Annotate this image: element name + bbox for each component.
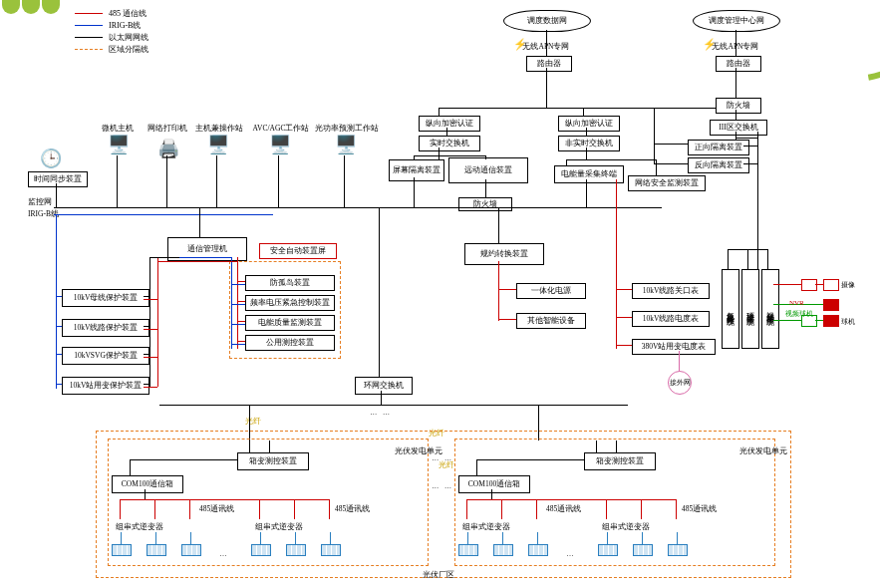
legend-swatch [75, 49, 103, 50]
com100: COM100通信箱 [112, 475, 183, 493]
wire [446, 128, 447, 136]
wire [278, 155, 279, 207]
legend-row: 区域分隔线 [75, 44, 148, 54]
wire [231, 324, 245, 325]
wire [159, 405, 628, 406]
sys-env: 环境监控子系统 [741, 269, 759, 349]
firewall: 防火墙 [458, 197, 512, 211]
wire [586, 147, 587, 159]
wire-green [773, 320, 801, 321]
legend-swatch [75, 37, 103, 38]
bus-irigb [54, 214, 273, 215]
wire-irigb [231, 257, 232, 349]
box-meas: 箱变测控装置 [584, 452, 656, 470]
mini-icon [801, 279, 817, 291]
wire [144, 299, 157, 300]
wire [259, 499, 260, 519]
wire [439, 147, 440, 159]
wire [466, 499, 467, 519]
wire [144, 296, 149, 297]
meter-item: 380V站用变电度表 [632, 339, 716, 355]
wire [56, 384, 62, 385]
wire [735, 30, 736, 56]
safe-auto-title: 安全自动装置屏 [259, 243, 337, 259]
wire [616, 179, 617, 349]
wire-irigb [56, 214, 57, 389]
cloud-left: 调度数据网 [503, 10, 591, 32]
wire [231, 344, 245, 345]
clock-icon: 🕒 [40, 149, 62, 167]
wire [536, 499, 537, 519]
wire [677, 532, 678, 544]
wire [190, 532, 191, 544]
wire [467, 532, 468, 544]
wire-485 [157, 257, 158, 387]
mini-label: 球机 [841, 317, 855, 327]
pv-panel-icon [598, 544, 618, 556]
monitor-icon: 🖥️ [207, 136, 229, 153]
sys-label: 视频监控子系统 [766, 306, 774, 313]
ring-switch: 环网交换机 [355, 377, 413, 395]
rt-switch: 实时交换机 [419, 136, 480, 151]
wire [606, 499, 607, 519]
inv-label: 组串式逆变器 [255, 522, 303, 532]
pv-panel-icon [668, 544, 688, 556]
dots: … [567, 550, 576, 558]
prot-box: 10kV站用变保护装置 [62, 377, 149, 395]
fiber-label: 光纤 [245, 417, 261, 427]
safe-auto-item: 防孤岛装置 [245, 275, 335, 291]
pv-panel-icon [528, 544, 548, 556]
rev-iso: 反向隔离装置 [688, 157, 749, 173]
legend: 485 通信线 IRIG-B线 以太网网线 区域分隔线 [75, 8, 148, 56]
wire [144, 384, 149, 385]
wire [491, 489, 492, 499]
monitor-icon: 🖥️ [269, 136, 291, 153]
ws-label: 主机兼操作站 [195, 124, 243, 134]
diagram-canvas: 485 通信线 IRIG-B线 以太网网线 区域分隔线 调度数据网 调度管理中心… [0, 0, 880, 588]
wire [654, 108, 655, 144]
mini-label: NVR [789, 299, 804, 307]
wire [414, 155, 485, 156]
pv-panel-icon [112, 544, 132, 556]
wire [56, 326, 62, 327]
sys-weather: 气象服务站系统 [722, 269, 739, 349]
wire [616, 345, 632, 346]
wire [199, 207, 200, 237]
pv-panel-icon [286, 544, 306, 556]
mini-icon [823, 299, 839, 311]
wire [654, 144, 688, 145]
wire [641, 499, 642, 519]
legend-row: 485 通信线 [75, 8, 148, 18]
wire [466, 499, 676, 500]
pv-unit-label: 光伏发电单元 [739, 446, 787, 456]
mini-label: 摄像 [841, 280, 855, 290]
wire [330, 532, 331, 544]
sys-label: 气象服务站系统 [727, 306, 734, 313]
decor-green-3 [42, 0, 60, 14]
legend-label: 以太网网线 [109, 32, 148, 43]
note485: 485通讯线 [682, 504, 717, 514]
wire [117, 155, 118, 207]
meter-terminal: 电能量采集终端 [554, 165, 624, 183]
wire [179, 261, 237, 262]
wire [546, 68, 547, 108]
convert-item: 其他智能设备 [516, 313, 586, 329]
dots: … … [370, 409, 392, 417]
lightning-icon: ⚡ [513, 38, 527, 51]
remote-comm: 远动通信装置 [448, 157, 528, 183]
wire [414, 155, 415, 159]
firewall-2: 防火墙 [716, 98, 761, 114]
wire [747, 249, 748, 269]
printer-icon: 🖨️ [157, 140, 179, 157]
wire [237, 281, 245, 282]
monitor-icon: 🖥️ [108, 136, 130, 153]
wire [596, 441, 597, 452]
inv-label: 组串式逆变器 [462, 522, 510, 532]
wire [144, 354, 149, 355]
outer-net: 接外网 [668, 371, 692, 395]
lightning-icon: ⚡ [703, 38, 717, 51]
wire [439, 108, 654, 109]
wire [154, 499, 155, 519]
cloud-right: 调度管理中心网 [693, 10, 780, 32]
wire [654, 108, 716, 109]
